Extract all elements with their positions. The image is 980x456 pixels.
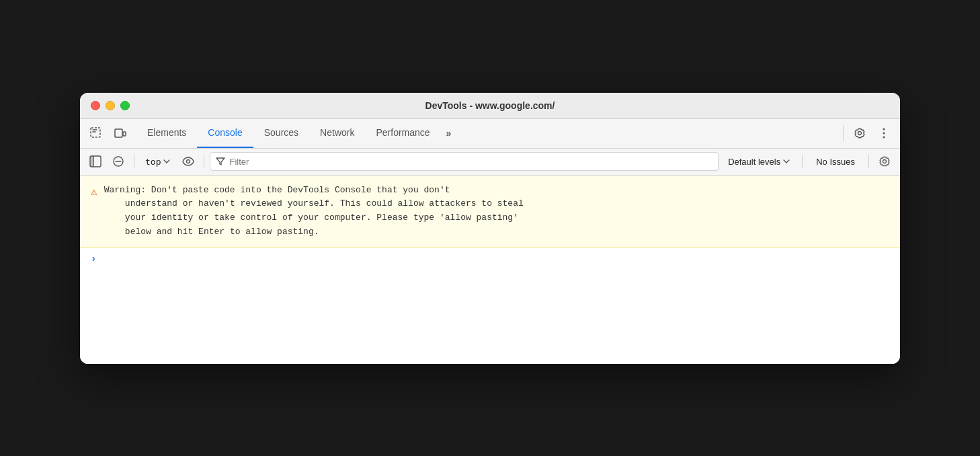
traffic-lights (91, 101, 130, 110)
filter-input[interactable] (229, 157, 712, 167)
more-tabs-button[interactable]: » (441, 119, 457, 148)
console-content: ⚠ Warning: Don't paste code into the Dev… (80, 176, 900, 364)
devtools-window: DevTools - www.google.com/ Elements (80, 93, 900, 364)
toolbar-separator-3 (802, 155, 803, 168)
svg-point-4 (883, 132, 885, 135)
console-prompt[interactable]: › (80, 248, 900, 270)
svg-rect-2 (123, 132, 126, 136)
eye-button[interactable] (178, 152, 198, 171)
more-options-button[interactable] (873, 122, 895, 144)
sidebar-toggle-button[interactable] (85, 152, 106, 171)
svg-rect-1 (115, 129, 122, 137)
tab-elements[interactable]: Elements (136, 119, 197, 148)
console-settings-button[interactable] (874, 152, 895, 171)
svg-rect-0 (91, 128, 100, 137)
svg-point-11 (187, 160, 190, 163)
tab-performance[interactable]: Performance (365, 119, 440, 148)
tabs-list: Elements Console Sources Network Perform… (136, 119, 840, 148)
warning-message: ⚠ Warning: Don't paste code into the Dev… (80, 176, 900, 248)
close-button[interactable] (91, 101, 100, 110)
window-title: DevTools - www.google.com/ (425, 100, 555, 111)
minimize-button[interactable] (106, 101, 115, 110)
title-bar: DevTools - www.google.com/ (80, 93, 900, 119)
tab-sources[interactable]: Sources (253, 119, 309, 148)
inspect-element-button[interactable] (85, 122, 107, 144)
clear-console-button[interactable] (108, 152, 128, 171)
no-issues-button[interactable]: No Issues (808, 155, 863, 168)
warning-icon: ⚠ (91, 184, 97, 202)
tab-bar-actions (840, 122, 895, 144)
toolbar-separator-4 (868, 155, 869, 168)
toolbar-separator-2 (204, 155, 204, 168)
svg-point-3 (883, 128, 885, 130)
filter-input-wrapper (210, 152, 719, 171)
context-selector[interactable]: top (140, 155, 175, 168)
settings-button[interactable] (849, 122, 870, 144)
divider (843, 125, 844, 141)
console-toolbar: top Default levels (80, 149, 900, 176)
tab-network[interactable]: Network (309, 119, 365, 148)
device-toolbar-button[interactable] (110, 122, 131, 144)
toolbar-separator-1 (134, 155, 134, 168)
svg-rect-7 (90, 156, 93, 167)
svg-point-5 (883, 137, 885, 139)
prompt-chevron: › (91, 254, 96, 264)
maximize-button[interactable] (120, 101, 130, 110)
filter-icon (216, 157, 225, 166)
tab-icon-group (85, 122, 131, 144)
tab-console[interactable]: Console (197, 119, 253, 148)
warning-text: Warning: Don't paste code into the DevTo… (104, 184, 524, 239)
default-levels-button[interactable]: Default levels (721, 155, 797, 168)
tab-bar: Elements Console Sources Network Perform… (80, 119, 900, 149)
